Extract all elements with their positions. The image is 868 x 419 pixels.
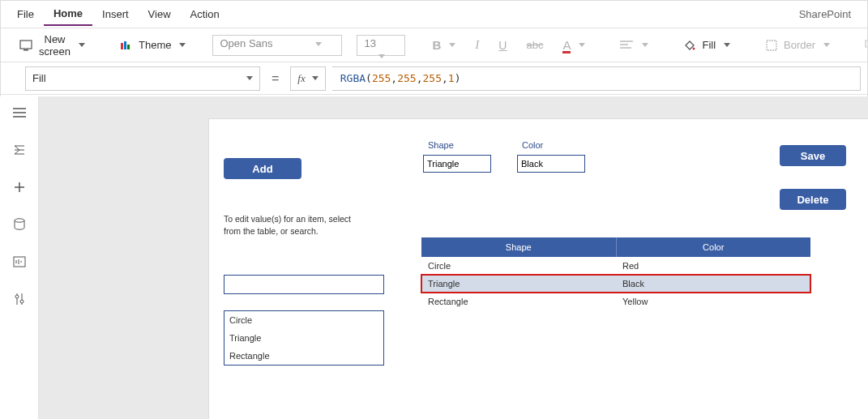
list-item[interactable]: Circle xyxy=(224,311,383,329)
chevron-down-icon xyxy=(642,43,648,47)
tools-icon[interactable] xyxy=(11,291,28,307)
cell-color: Red xyxy=(616,257,810,275)
list-item[interactable]: Rectangle xyxy=(224,347,383,365)
font-size-select[interactable]: 13 xyxy=(357,35,405,56)
chevron-down-icon xyxy=(823,43,830,47)
data-icon[interactable] xyxy=(11,216,28,233)
screen-icon xyxy=(19,40,34,51)
insert-icon[interactable] xyxy=(11,179,28,195)
svg-rect-4 xyxy=(127,45,130,49)
table-row[interactable]: Circle Red xyxy=(421,257,810,275)
chevron-down-icon xyxy=(312,76,319,80)
svg-rect-3 xyxy=(124,41,126,49)
fill-button[interactable]: Fill xyxy=(675,35,738,55)
chevron-down-icon xyxy=(724,43,730,47)
search-input[interactable] xyxy=(224,275,384,294)
menubar: File Home Insert View Action SharePoint xyxy=(1,1,867,28)
delete-button[interactable]: Delete xyxy=(780,189,846,210)
data-table[interactable]: Shape Color Circle Red Triangle Black Re… xyxy=(421,237,810,310)
chevron-down-icon xyxy=(378,54,385,58)
svg-rect-9 xyxy=(767,41,776,50)
left-rail xyxy=(0,96,39,419)
formula-fn: RGBA xyxy=(340,72,366,84)
menu-insert[interactable]: Insert xyxy=(92,3,139,25)
chevron-down-icon xyxy=(79,43,85,47)
menu-action[interactable]: Action xyxy=(181,3,229,25)
table-row[interactable]: Triangle Black xyxy=(421,275,810,293)
save-button[interactable]: Save xyxy=(780,145,846,166)
border-label: Border xyxy=(784,39,815,51)
formula-arg-2: 255 xyxy=(423,72,442,84)
svg-point-8 xyxy=(693,47,695,49)
equals-label: = xyxy=(267,71,284,86)
list-item[interactable]: Triangle xyxy=(224,329,383,347)
formula-arg-0: 255 xyxy=(372,72,391,84)
menu-home[interactable]: Home xyxy=(44,2,92,26)
chevron-down-icon xyxy=(579,43,585,47)
svg-point-17 xyxy=(15,219,24,222)
cell-shape: Rectangle xyxy=(421,293,616,310)
formula-input[interactable]: RGBA(255, 255, 255, 1) xyxy=(332,66,861,91)
align-button[interactable] xyxy=(612,36,656,55)
brand-label: SharePoint xyxy=(789,8,861,20)
color-field-label: Color xyxy=(522,140,543,150)
color-input[interactable] xyxy=(517,155,585,173)
font-color-icon: A xyxy=(562,38,571,52)
ribbon-toolbar: New screen Theme Open Sans 13 B I U abc xyxy=(1,28,867,62)
shape-input[interactable] xyxy=(423,155,491,173)
col-color-header[interactable]: Color xyxy=(616,237,810,257)
chevron-down-icon xyxy=(246,76,253,80)
new-screen-label: New screen xyxy=(39,33,71,58)
font-family-select[interactable]: Open Sans xyxy=(212,35,342,56)
cell-color: Yellow xyxy=(616,293,810,310)
strikethrough-button[interactable]: abc xyxy=(519,35,550,55)
formula-arg-3: 1 xyxy=(448,72,455,84)
fx-button[interactable]: fx xyxy=(290,66,325,91)
formula-bar: Fill = fx RGBA(255, 255, 255, 1) xyxy=(1,62,867,95)
chevron-down-icon xyxy=(449,43,455,47)
underline-button[interactable]: U xyxy=(491,35,514,56)
fx-label: fx xyxy=(297,72,305,85)
svg-rect-0 xyxy=(20,41,32,49)
font-color-button[interactable]: A xyxy=(555,34,592,56)
svg-rect-1 xyxy=(24,49,28,51)
border-icon xyxy=(764,40,779,51)
svg-point-19 xyxy=(15,295,19,298)
fill-label: Fill xyxy=(702,39,716,51)
menu-file[interactable]: File xyxy=(7,3,44,25)
formula-arg-1: 255 xyxy=(397,72,416,84)
italic-button[interactable]: I xyxy=(468,34,486,56)
reorder-button[interactable]: Reorde xyxy=(857,35,868,55)
canvas-area[interactable]: Add Save Delete Shape Color To edit valu… xyxy=(39,96,868,419)
cell-shape: Circle xyxy=(421,257,616,275)
svg-rect-2 xyxy=(121,43,123,49)
menu-view[interactable]: View xyxy=(139,3,181,25)
tree-view-icon[interactable] xyxy=(11,142,28,158)
hamburger-icon[interactable] xyxy=(11,105,28,121)
shapes-listbox[interactable]: Circle Triangle Rectangle xyxy=(224,310,384,366)
reorder-icon xyxy=(864,40,868,51)
property-value: Fill xyxy=(32,72,46,84)
font-family-value: Open Sans xyxy=(220,37,272,49)
svg-rect-18 xyxy=(14,257,25,267)
workspace: Add Save Delete Shape Color To edit valu… xyxy=(0,96,868,419)
theme-button[interactable]: Theme xyxy=(112,35,193,55)
font-size-value: 13 xyxy=(364,37,375,49)
new-screen-button[interactable]: New screen xyxy=(12,29,92,62)
theme-label: Theme xyxy=(139,39,171,51)
media-icon[interactable] xyxy=(11,254,28,270)
svg-point-22 xyxy=(20,300,24,303)
shape-field-label: Shape xyxy=(428,140,454,150)
chevron-down-icon xyxy=(179,43,186,47)
add-button[interactable]: Add xyxy=(224,158,301,179)
align-icon xyxy=(619,40,634,51)
app-canvas[interactable]: Add Save Delete Shape Color To edit valu… xyxy=(209,119,868,419)
cell-color: Black xyxy=(616,275,810,293)
col-shape-header[interactable]: Shape xyxy=(421,237,616,257)
bold-button[interactable]: B xyxy=(425,34,463,56)
property-select[interactable]: Fill xyxy=(25,66,260,91)
table-row[interactable]: Rectangle Yellow xyxy=(421,293,810,310)
border-button[interactable]: Border xyxy=(757,35,837,55)
paint-bucket-icon xyxy=(682,40,697,51)
help-text: To edit value(s) for an item, select fro… xyxy=(224,213,370,237)
